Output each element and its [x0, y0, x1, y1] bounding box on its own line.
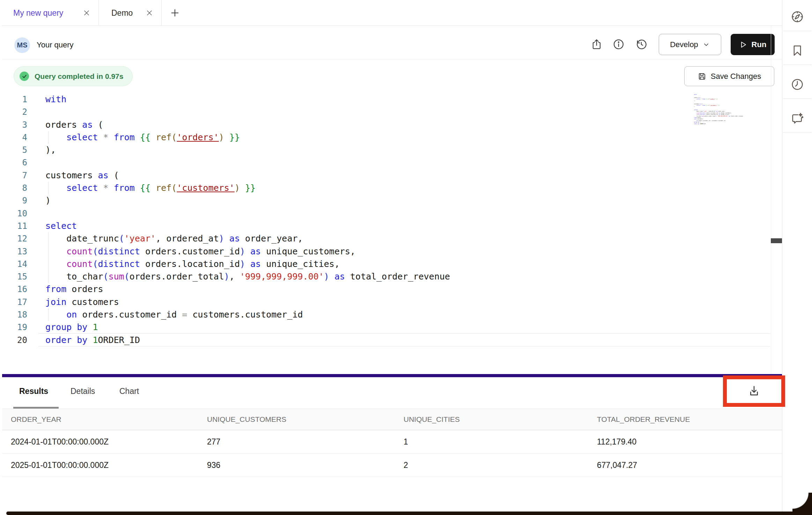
- code-line: from orders: [45, 283, 450, 296]
- code-line: ): [45, 194, 450, 207]
- download-icon[interactable]: [747, 384, 761, 398]
- line-number: 18: [10, 308, 27, 321]
- bookmark-icon[interactable]: [782, 34, 812, 67]
- new-tab-plus-icon[interactable]: [170, 8, 180, 18]
- download-annotation-box: [723, 375, 785, 407]
- code-line: order by 1ORDER_ID: [694, 123, 747, 124]
- results-table-header: ORDER_YEARUNIQUE_CUSTOMERSUNIQUE_CITIEST…: [2, 409, 782, 430]
- right-sidebar: [782, 0, 812, 512]
- line-number: 3: [10, 119, 27, 131]
- sidebar-divider: [783, 132, 812, 133]
- tab-my-new-query[interactable]: My new query: [2, 0, 99, 26]
- check-circle-icon: [20, 72, 29, 81]
- line-number: 6: [10, 156, 27, 169]
- column-header: UNIQUE_CITIES: [404, 415, 460, 424]
- query-status-badge: Query completed in 0.97s: [14, 66, 133, 86]
- table-cell: 112,179.40: [597, 437, 636, 447]
- line-number: 17: [10, 296, 27, 308]
- code-line: date_trunc('year', ordered_at) as order_…: [45, 232, 450, 245]
- query-title: Your query: [37, 40, 74, 50]
- code-line: [45, 106, 450, 118]
- develop-button[interactable]: Develop: [659, 34, 721, 55]
- table-cell: 2025-01-01T00:00:00.000Z: [11, 461, 109, 470]
- code-line: on orders.customer_id = customers.custom…: [45, 308, 450, 321]
- share-icon[interactable]: [590, 37, 604, 51]
- sidebar-divider: [783, 31, 812, 31]
- line-number: 8: [10, 182, 27, 194]
- app-window: My new query Demo MS Your query: [0, 0, 812, 515]
- compass-icon[interactable]: [782, 0, 812, 33]
- code-line: customers as (: [45, 169, 450, 182]
- line-number: 10: [10, 207, 27, 220]
- table-cell: 677,047.27: [597, 461, 637, 470]
- info-icon[interactable]: [612, 37, 626, 51]
- tab-label: Demo: [111, 8, 133, 18]
- line-number: 9: [10, 194, 27, 207]
- code-line: order by 1ORDER_ID: [45, 334, 450, 346]
- line-number: 4: [10, 131, 27, 144]
- close-tab-icon[interactable]: [145, 9, 154, 17]
- editor-overview-ruler: [771, 26, 771, 374]
- code-line: select * from {{ ref('orders') }}: [45, 131, 450, 144]
- line-number: 14: [10, 258, 27, 270]
- save-changes-label: Save Changes: [711, 72, 761, 81]
- run-button[interactable]: Run: [731, 34, 775, 55]
- line-number: 15: [10, 270, 27, 283]
- sql-editor[interactable]: 1234567891011121314151617181920 with ord…: [2, 87, 782, 374]
- tab-demo[interactable]: Demo: [99, 0, 162, 26]
- code-content[interactable]: with orders as ( select * from {{ ref('o…: [45, 93, 450, 346]
- line-number: 11: [10, 220, 27, 232]
- line-number: 5: [10, 144, 27, 156]
- table-cell: 936: [207, 461, 220, 470]
- line-number: 7: [10, 169, 27, 182]
- code-line: to_char(sum(orders.order_total), '999,99…: [694, 115, 747, 117]
- line-number-gutter: 1234567891011121314151617181920: [10, 93, 27, 346]
- save-changes-button[interactable]: Save Changes: [684, 66, 774, 86]
- sidebar-divider: [783, 98, 812, 99]
- column-header: UNIQUE_CUSTOMERS: [207, 415, 286, 424]
- code-line: orders as (: [45, 119, 450, 131]
- tab-chart[interactable]: Chart: [119, 387, 139, 396]
- code-line: [45, 207, 450, 220]
- code-line: select: [45, 220, 450, 232]
- line-number: 1: [10, 93, 27, 106]
- chevron-down-icon: [702, 41, 710, 48]
- table-cell: 277: [207, 437, 220, 447]
- tab-label: My new query: [13, 8, 63, 18]
- status-message: Query completed in 0.97s: [35, 72, 123, 81]
- run-label: Run: [752, 40, 767, 49]
- table-row: 2025-01-01T00:00:00.000Z9362677,047.27: [2, 454, 782, 477]
- tab-details[interactable]: Details: [71, 387, 95, 396]
- play-icon: [739, 40, 747, 49]
- code-line: ),: [45, 144, 450, 156]
- table-cell: 1: [404, 437, 408, 447]
- editor-minimap[interactable]: with orders as ( select * from {{ ref('o…: [694, 94, 747, 125]
- tab-results[interactable]: Results: [19, 387, 48, 396]
- history-icon[interactable]: [634, 37, 648, 51]
- scrollbar-thumb[interactable]: [771, 238, 782, 243]
- history-clock-icon[interactable]: [782, 68, 812, 101]
- panel-divider[interactable]: [2, 374, 782, 377]
- line-number: 2: [10, 106, 27, 118]
- chat-sparkles-icon[interactable]: [782, 102, 812, 135]
- code-line: [45, 156, 450, 169]
- code-line: count(distinct orders.location_id) as un…: [45, 258, 450, 270]
- window-corner: [792, 493, 812, 512]
- table-cell: 2: [404, 461, 408, 470]
- column-header: TOTAL_ORDER_REVENUE: [597, 415, 690, 424]
- window-bottom-edge: [6, 512, 812, 515]
- line-number: 20: [10, 334, 27, 346]
- line-number: 19: [10, 321, 27, 334]
- code-line: count(distinct orders.customer_id) as un…: [45, 245, 450, 258]
- close-tab-icon[interactable]: [82, 9, 91, 17]
- avatar: MS: [14, 37, 30, 53]
- develop-label: Develop: [670, 40, 698, 49]
- save-icon: [697, 72, 707, 81]
- table-cell: 2024-01-01T00:00:00.000Z: [11, 437, 109, 447]
- column-header: ORDER_YEAR: [11, 415, 61, 424]
- code-line: to_char(sum(orders.order_total), '999,99…: [45, 270, 450, 283]
- line-number: 12: [10, 232, 27, 245]
- code-line: group by 1: [45, 321, 450, 334]
- tab-bar: My new query Demo: [2, 0, 782, 26]
- table-row: 2024-01-01T00:00:00.000Z2771112,179.40: [2, 430, 782, 454]
